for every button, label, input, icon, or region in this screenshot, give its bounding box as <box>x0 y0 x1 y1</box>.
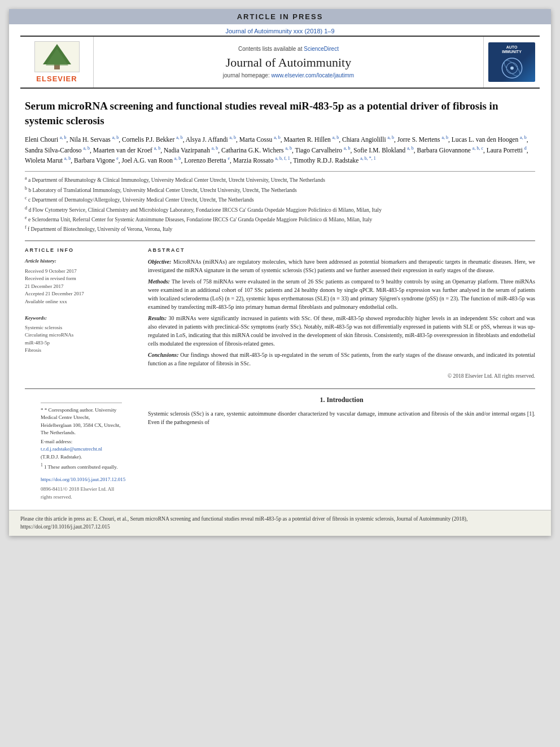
citation-text: Please cite this article in press as: E.… <box>20 516 467 530</box>
authors-line: Eleni Chouri a, b, Nila H. Servaas a, b,… <box>25 134 535 165</box>
objective-text: MicroRNAs (miRNAs) are regulatory molecu… <box>148 259 535 273</box>
intro-paragraph: Systemic sclerosis (SSc) is a rare, syst… <box>148 409 535 426</box>
affil-f: f f Department of Biotechnology, Univers… <box>25 224 535 233</box>
affil-b: b b Laboratory of Translational Immunolo… <box>25 185 535 194</box>
abstract-objective: Objective: MicroRNAs (miRNAs) are regula… <box>148 257 535 274</box>
abstract-text: Objective: MicroRNAs (miRNAs) are regula… <box>148 257 535 380</box>
methods-text: The levels of 758 miRNAs were evaluated … <box>148 278 535 310</box>
issn-line: 0896-8411/© 2018 Elsevier Ltd. All right… <box>41 486 122 501</box>
intro-title: 1. Introduction <box>148 395 535 405</box>
journal-header: ELSEVIER Contents lists available at Sci… <box>20 36 540 89</box>
received-revised-date: 21 December 2017 <box>25 283 138 291</box>
introduction-text-column: 1. Introduction Systemic sclerosis (SSc)… <box>148 395 535 501</box>
email-link[interactable]: t.r.d.j.radstake@umcutrecht.nl <box>41 446 102 452</box>
abstract-results: Results: 30 miRNAs were significantly in… <box>148 314 535 348</box>
sciencedirect-link[interactable]: ScienceDirect <box>304 46 339 52</box>
abstract-heading: ABSTRACT <box>148 247 535 255</box>
corresponding-footnote: * * Corresponding author. University Med… <box>41 407 122 437</box>
available-online: Available online xxx <box>25 298 138 306</box>
abstract-column: ABSTRACT Objective: MicroRNAs (miRNAs) a… <box>148 247 535 381</box>
conclusions-text: Our findings showed that miR-483-5p is u… <box>148 352 535 366</box>
affil-c: c c Department of Dermatology/Allergolog… <box>25 195 535 204</box>
abstract-methods: Methods: The levels of 758 miRNAs were e… <box>148 277 535 311</box>
results-text: 30 miRNAs were significantly increased i… <box>148 315 535 347</box>
received-revised-label: Received in revised form <box>25 275 138 283</box>
footnotes: * * Corresponding author. University Med… <box>41 403 122 501</box>
keywords-label: Keywords: <box>25 314 138 322</box>
intro-left-spacer: * * Corresponding author. University Med… <box>25 395 138 501</box>
article-main-title: Serum microRNA screening and functional … <box>25 99 535 128</box>
equal-contrib-footnote: 1 1 These authors contributed equally. <box>41 462 122 471</box>
article-info-column: ARTICLE INFO Article history: Received 9… <box>25 247 138 381</box>
affiliations: a a Department of Rheumatology & Clinica… <box>25 171 535 233</box>
contents-line: Contents lists available at ScienceDirec… <box>238 46 339 52</box>
affil-d: d d Flow Cytometry Service, Clinical Che… <box>25 205 535 214</box>
doi-link: https://doi.org/10.1016/j.jaut.2017.12.0… <box>41 476 122 484</box>
keyword-1: Systemic sclerosis <box>25 324 138 332</box>
email-footnote: E-mail address: t.r.d.j.radstake@umcutre… <box>41 438 122 461</box>
received-date: Received 9 October 2017 <box>25 268 138 276</box>
doi-anchor[interactable]: https://doi.org/10.1016/j.jaut.2017.12.0… <box>41 477 125 482</box>
journal-title: Journal of Autoimmunity <box>226 55 351 70</box>
conclusions-label: Conclusions: <box>148 352 180 358</box>
journal-logo-box: AUTOIMMUNITY <box>483 37 540 88</box>
homepage-line: journal homepage: www.elsevier.com/locat… <box>223 72 354 78</box>
accepted-date: Accepted 21 December 2017 <box>25 290 138 298</box>
abstract-conclusions: Conclusions: Our findings showed that mi… <box>148 351 535 368</box>
autoimmunity-logo: AUTOIMMUNITY <box>488 42 535 82</box>
citation-bar: Please cite this article in press as: E.… <box>9 510 551 536</box>
elsevier-tree-icon <box>34 41 80 72</box>
copyright-line: © 2018 Elsevier Ltd. All rights reserved… <box>148 372 535 380</box>
journal-center: Contents lists available at ScienceDirec… <box>94 37 483 88</box>
journal-info-line: Journal of Autoimmunity xxx (2018) 1–9 <box>9 24 551 36</box>
keyword-2: Circulating microRNAs <box>25 331 138 339</box>
autoimmunity-logo-text: AUTOIMMUNITY <box>502 45 522 55</box>
article-title-section: Serum microRNA screening and functional … <box>25 99 535 234</box>
star-icon: * <box>41 407 43 413</box>
homepage-url[interactable]: www.elsevier.com/locate/jautimm <box>271 72 354 78</box>
affil-e: e e Scleroderma Unit, Referral Center fo… <box>25 215 535 224</box>
journal-citation: Journal of Autoimmunity xxx (2018) 1–9 <box>225 28 334 34</box>
affil-a: a a Department of Rheumatology & Clinica… <box>25 175 535 184</box>
banner-text: ARTICLE IN PRESS <box>237 12 323 21</box>
methods-label: Methods: <box>148 278 172 285</box>
keyword-3: miR-483-5p <box>25 339 138 347</box>
elsevier-text: ELSEVIER <box>36 75 77 83</box>
objective-label: Objective: <box>148 259 173 265</box>
article-in-press-banner: ARTICLE IN PRESS <box>9 9 551 24</box>
results-label: Results: <box>148 315 169 321</box>
keyword-4: Fibrosis <box>25 347 138 355</box>
elsevier-logo-box: ELSEVIER <box>20 37 94 88</box>
svg-point-6 <box>510 66 514 69</box>
article-info-heading: ARTICLE INFO <box>25 247 138 255</box>
introduction-section: * * Corresponding author. University Med… <box>25 388 535 501</box>
history-label: Article history: <box>25 257 138 265</box>
article-info-abstract: ARTICLE INFO Article history: Received 9… <box>25 241 535 381</box>
